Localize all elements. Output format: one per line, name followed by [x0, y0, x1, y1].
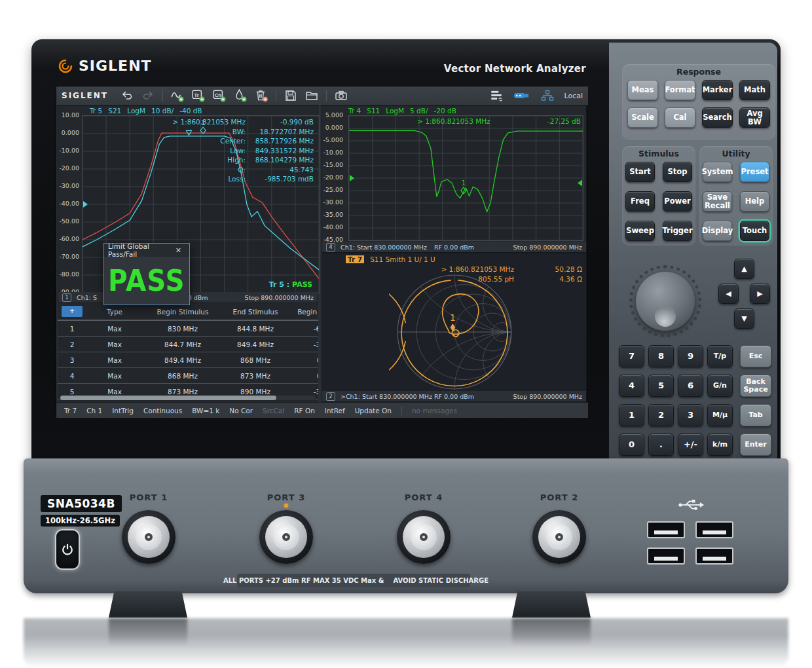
key-avg-bw[interactable]: Avg BW	[739, 107, 770, 128]
delete-icon[interactable]	[253, 88, 270, 103]
numpad-key-9[interactable]: 9	[678, 345, 703, 367]
entry-keys: EscBack SpaceTabEnter	[740, 345, 771, 456]
arrow-up-key[interactable]: ▲	[734, 259, 754, 279]
numpad-key-3[interactable]: 3	[678, 404, 703, 426]
port-port-2: PORT 2	[517, 492, 602, 564]
table-cell: 5	[58, 388, 86, 396]
key-sweep[interactable]: Sweep	[625, 221, 655, 241]
display-layout-icon[interactable]	[488, 88, 505, 103]
numpad-key-m-[interactable]: M/µ	[707, 404, 733, 426]
trace-add-icon[interactable]: Tr	[190, 88, 207, 103]
port-connector	[122, 510, 175, 564]
numpad-key-4[interactable]: 4	[619, 375, 644, 397]
key-esc[interactable]: Esc	[740, 345, 771, 367]
knob-dimple	[655, 306, 676, 327]
key-meas[interactable]: Meas	[627, 80, 658, 100]
screenshot-icon[interactable]	[333, 88, 350, 103]
channel-add-icon[interactable]: Ch	[211, 88, 228, 103]
smith-plot[interactable]: 1	[389, 267, 520, 398]
marker-add-icon[interactable]	[232, 88, 249, 103]
key-start[interactable]: Start	[625, 162, 655, 182]
chart2-plot[interactable]: 1	[348, 115, 583, 241]
numpad-key--[interactable]: +/-	[678, 434, 703, 456]
port-port-1: PORT 1	[106, 492, 191, 564]
device-foot	[512, 591, 591, 618]
numpad-key-2[interactable]: 2	[648, 404, 674, 426]
marker-readout-row: Loss:-985.703 mdB	[149, 174, 314, 184]
table-cell: 830 MHz	[143, 325, 223, 333]
key-display[interactable]: Display	[703, 221, 732, 241]
numpad-key-7[interactable]: 7	[619, 345, 644, 367]
arrow-right-key[interactable]: ▶	[750, 284, 770, 304]
table-cell: -30 dB	[288, 341, 318, 348]
marker-value: 858.717926 MHz	[248, 136, 314, 146]
port-led-indicator	[284, 504, 288, 508]
trace-tag: Tr 7	[346, 255, 364, 263]
key-touch[interactable]: Touch	[740, 221, 769, 241]
key-marker[interactable]: Marker	[702, 80, 733, 100]
limit-table-header: + TypeBegin StimulusEnd StimulusBegin Re…	[58, 303, 318, 321]
scrollbar-thumb[interactable]	[60, 396, 276, 400]
y-tick: -25.00	[323, 186, 343, 193]
key-scale[interactable]: Scale	[627, 107, 658, 128]
limit-passfail-dialog[interactable]: Limit Global Pass/Fail ✕ PASS	[103, 243, 190, 305]
numpad-key-5[interactable]: 5	[648, 375, 674, 397]
key-preset[interactable]: Preset	[740, 162, 769, 182]
key-back-space[interactable]: Back Space	[740, 375, 771, 397]
parameter-label: S11	[367, 107, 380, 115]
product-title: Vector Network Analyzer	[444, 63, 586, 75]
add-segment-button[interactable]: +	[62, 306, 83, 317]
numpad-key-0[interactable]: 0	[619, 434, 644, 456]
key-system[interactable]: System	[703, 162, 732, 182]
close-icon[interactable]: ✕	[172, 246, 185, 255]
dialog-body: PASS	[104, 257, 189, 304]
numpad-key-6[interactable]: 6	[678, 375, 703, 397]
key-trigger[interactable]: Trigger	[663, 221, 692, 241]
key-freq[interactable]: Freq	[625, 191, 655, 212]
rotary-knob[interactable]	[636, 272, 695, 331]
table-cell: 890 MHz	[223, 388, 288, 396]
open-icon[interactable]	[303, 88, 320, 103]
numpad-key-g-n[interactable]: G/n	[707, 375, 733, 397]
chart-s11-logmag[interactable]: Tr 4 S11 LogM 5 dB/ -20 dB 5.0000.000-5.…	[322, 105, 587, 253]
marker-readout-row: Center:858.717926 MHz	[149, 136, 314, 146]
power-button[interactable]	[55, 529, 80, 570]
warning-text-b: AVOID STATIC DISCHARGE	[393, 577, 489, 584]
foot-reflection	[512, 618, 591, 646]
table-row[interactable]: 1Max830 MHz844.8 MHz-60 dB	[58, 321, 318, 337]
undo-icon[interactable]	[119, 88, 136, 103]
save-icon[interactable]	[282, 88, 299, 103]
key-search[interactable]: Search	[702, 107, 733, 128]
table-row[interactable]: 2Max844.7 MHz849.4 MHz-30 dB	[58, 337, 318, 352]
numpad-key-k-m[interactable]: k/m	[707, 434, 733, 456]
key-save-recall[interactable]: Save Recall	[703, 191, 732, 212]
port-connector	[532, 510, 586, 564]
numpad-key-1[interactable]: 1	[619, 404, 644, 426]
numpad-key--[interactable]: .	[648, 434, 674, 456]
table-cell: -60 dB	[288, 325, 318, 333]
arrow-left-key[interactable]: ◀	[718, 284, 739, 304]
port-port-3: PORT 3	[244, 492, 329, 564]
smith-chart-panel[interactable]: Tr 7 S11 Smith 1 U/ 1 U > 1:860.821053 M…	[322, 253, 587, 402]
key-enter[interactable]: Enter	[740, 434, 771, 456]
port-port-4: PORT 4	[381, 492, 466, 564]
measure-add-icon[interactable]	[169, 88, 186, 103]
port-label: PORT 4	[381, 492, 466, 502]
arrow-down-key[interactable]: ▼	[734, 308, 754, 329]
key-help[interactable]: Help	[740, 191, 769, 212]
numpad-key-8[interactable]: 8	[648, 345, 674, 367]
table-row[interactable]: 3Max849.4 MHz868 MHz0 dB	[58, 352, 318, 368]
key-format[interactable]: Format	[665, 80, 695, 100]
table-row[interactable]: 4Max868 MHz873 MHz0 dB	[58, 368, 318, 384]
redo-icon[interactable]	[139, 88, 157, 103]
usb-port	[647, 547, 685, 565]
key-power[interactable]: Power	[663, 191, 692, 212]
power-icon	[60, 542, 75, 557]
key-stop[interactable]: Stop	[663, 162, 692, 182]
horizontal-scrollbar[interactable]	[60, 396, 316, 400]
key-math[interactable]: Math	[739, 80, 770, 100]
key-cal[interactable]: Cal	[665, 107, 695, 128]
window-index: 4	[326, 243, 335, 251]
numpad-key-t-p[interactable]: T/p	[707, 345, 733, 367]
key-tab[interactable]: Tab	[740, 404, 771, 426]
